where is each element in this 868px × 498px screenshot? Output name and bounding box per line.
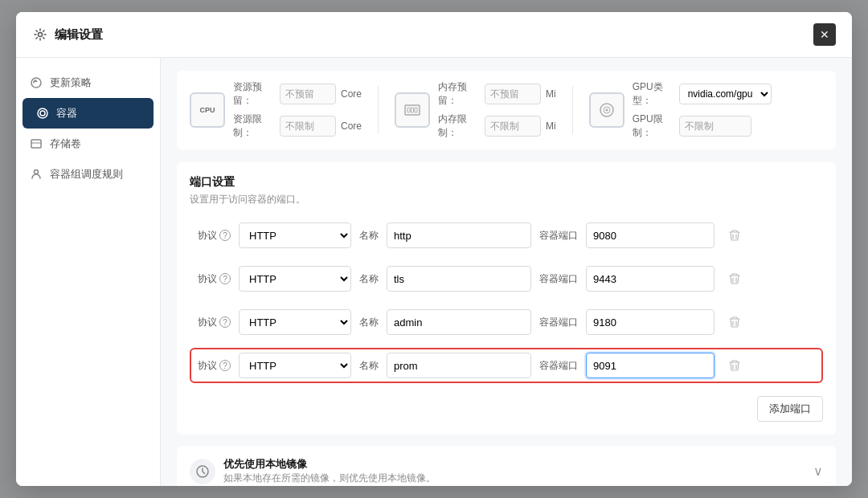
container-port-input-4[interactable] [586,353,714,378]
memory-reserve-row: 内存预留： Mi [438,80,556,108]
memory-limit-row: 内存限制： Mi [438,112,556,140]
memory-resource-group: 内存预留： Mi 内存限制： Mi [395,80,556,140]
modal-close-button[interactable]: ✕ [813,23,836,46]
container-port-label-1: 容器端口 [539,229,578,243]
settings-icon [32,27,48,43]
cpu-limit-label: 资源限制： [233,112,275,140]
protocol-help-icon-4[interactable]: ? [219,360,231,371]
divider-mem-gpu [572,86,573,134]
scheduling-icon [29,167,43,182]
cpu-limit-input[interactable] [280,116,336,137]
delete-port-2-button[interactable] [723,267,747,291]
modal-body: 更新策略 容器 [16,58,852,486]
memory-limit-unit: Mi [546,120,556,132]
name-label-4: 名称 [359,359,379,373]
modal-title: 编辑设置 [55,27,103,43]
gpu-type-label: GPU类型： [633,80,674,108]
container-port-input-1[interactable] [586,222,714,248]
container-port-label-4: 容器端口 [539,359,578,373]
memory-fields: 内存预留： Mi 内存限制： Mi [438,80,556,140]
protocol-select-3[interactable]: HTTP [239,309,351,335]
gpu-icon [589,92,624,128]
sidebar-item-update-strategy[interactable]: 更新策略 [16,67,160,98]
svg-point-3 [40,111,45,116]
memory-reserve-input[interactable] [485,84,541,104]
sidebar-label-storage: 存储卷 [50,137,81,151]
memory-icon [395,92,430,128]
svg-point-1 [31,78,41,88]
port-name-input-1[interactable] [387,222,531,248]
protocol-help-icon-3[interactable]: ? [219,316,231,328]
container-port-input-3[interactable] [586,309,714,335]
protocol-select-2[interactable]: HTTP [239,266,351,292]
local-image-title: 优先使用本地镜像 [223,457,436,471]
modal-header: 编辑设置 ✕ [16,12,852,58]
gpu-fields: GPU类型： nvidia.com/gpu GPU限制： [633,80,772,140]
container-port-input-2[interactable] [586,266,714,292]
gpu-limit-input[interactable] [679,116,751,137]
cpu-reserve-input[interactable] [280,84,336,104]
protocol-select-1[interactable]: HTTP [239,222,351,248]
port-row-1: 协议 ? HTTP 名称 容器端口 [190,218,823,253]
local-image-section[interactable]: 优先使用本地镜像 如果本地存在所需的镜像，则优先使用本地镜像。 ∨ [177,446,836,486]
svg-point-2 [38,108,47,118]
sidebar-label-scheduling: 容器组调度规则 [50,167,123,182]
cpu-resource-group: CPU 资源预留： Core 资源限制： Core [190,80,362,140]
svg-rect-10 [415,108,417,112]
svg-rect-8 [407,108,410,112]
protocol-label-2: 协议 ? [198,272,231,286]
cpu-reserve-row: 资源预留： Core [233,80,362,108]
local-image-desc: 如果本地存在所需的镜像，则优先使用本地镜像。 [223,471,436,485]
svg-point-13 [605,109,608,112]
memory-reserve-unit: Mi [546,88,556,100]
modal-header-left: 编辑设置 [32,27,103,43]
port-name-input-3[interactable] [387,309,531,335]
cpu-icon: CPU [190,92,225,128]
gpu-type-row: GPU类型： nvidia.com/gpu [633,80,772,108]
port-section-title: 端口设置 [190,175,823,190]
sidebar-label-container: 容器 [56,106,77,120]
local-image-left: 优先使用本地镜像 如果本地存在所需的镜像，则优先使用本地镜像。 [190,457,436,485]
sidebar-label-update-strategy: 更新策略 [50,76,92,90]
name-label-1: 名称 [359,229,379,243]
cpu-reserve-label: 资源预留： [233,80,275,108]
sidebar-item-storage[interactable]: 存储卷 [16,129,160,159]
cpu-reserve-unit: Core [341,88,362,100]
protocol-label-4: 协议 ? [198,359,231,373]
sidebar-item-scheduling[interactable]: 容器组调度规则 [16,159,160,190]
divider-cpu-mem [378,86,379,134]
port-name-input-4[interactable] [387,353,531,378]
modal-overlay: 编辑设置 ✕ 更新策略 [0,0,868,498]
delete-port-4-button[interactable] [723,353,747,378]
memory-limit-input[interactable] [485,116,541,137]
local-image-text: 优先使用本地镜像 如果本地存在所需的镜像，则优先使用本地镜像。 [223,457,436,485]
gpu-type-select[interactable]: nvidia.com/gpu [679,84,772,104]
port-section: 端口设置 设置用于访问容器的端口。 协议 ? HTTP 名称 容器端口 [177,162,836,435]
name-label-3: 名称 [359,316,379,329]
sidebar: 更新策略 容器 [16,58,161,486]
modal: 编辑设置 ✕ 更新策略 [16,12,852,486]
delete-port-1-button[interactable] [723,223,747,247]
svg-point-0 [39,33,43,37]
gpu-resource-group: GPU类型： nvidia.com/gpu GPU限制： [589,80,772,140]
port-section-desc: 设置用于访问容器的端口。 [190,193,823,206]
cpu-limit-row: 资源限制： Core [233,112,362,140]
gpu-limit-label: GPU限制： [633,112,674,140]
clock-icon [190,459,215,484]
memory-limit-label: 内存限制： [438,112,480,140]
resource-bar: CPU 资源预留： Core 资源限制： Core [177,71,836,149]
sidebar-item-container[interactable]: 容器 [23,98,154,129]
container-icon [35,106,50,120]
protocol-help-icon-2[interactable]: ? [219,273,231,284]
container-port-label-2: 容器端口 [539,272,578,286]
delete-port-3-button[interactable] [723,310,747,334]
protocol-help-icon-1[interactable]: ? [219,230,231,241]
port-row-3: 协议 ? HTTP 名称 容器端口 [190,304,823,340]
protocol-select-4[interactable]: HTTP [239,353,351,378]
add-port-button[interactable]: 添加端口 [757,396,823,422]
gpu-limit-row: GPU限制： [633,112,772,140]
protocol-label-1: 协议 ? [198,229,231,243]
svg-point-6 [35,170,39,174]
port-name-input-2[interactable] [387,266,531,292]
protocol-label-3: 协议 ? [198,316,231,329]
